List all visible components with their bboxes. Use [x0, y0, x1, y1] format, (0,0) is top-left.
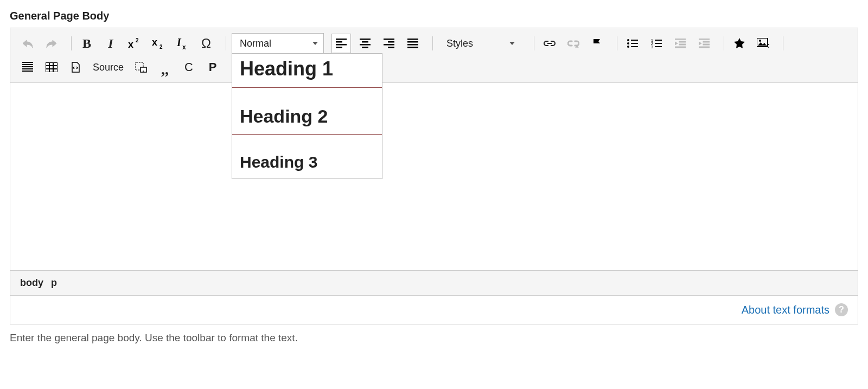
- superscript-button[interactable]: x2: [125, 34, 144, 53]
- svg-rect-27: [631, 46, 638, 47]
- toolbar-separator: [783, 36, 783, 50]
- editor-content-area[interactable]: [10, 83, 858, 270]
- svg-rect-15: [388, 41, 394, 43]
- svg-rect-34: [675, 39, 686, 40]
- toolbar-separator: [534, 36, 534, 50]
- element-path-bar: body p: [10, 270, 858, 295]
- svg-rect-39: [703, 41, 710, 42]
- svg-rect-12: [360, 44, 371, 46]
- format-option-heading-1[interactable]: Heading 1: [232, 54, 382, 88]
- align-right-button[interactable]: [379, 34, 399, 53]
- p-button[interactable]: P: [203, 58, 222, 77]
- svg-point-56: [143, 71, 144, 72]
- svg-point-22: [627, 39, 629, 41]
- svg-rect-33: [655, 46, 662, 47]
- svg-rect-20: [407, 44, 418, 46]
- undo-button[interactable]: [18, 34, 37, 53]
- svg-rect-48: [22, 71, 33, 72]
- svg-rect-16: [384, 44, 394, 46]
- source-icon-button[interactable]: [66, 58, 85, 77]
- svg-rect-29: [655, 40, 662, 41]
- svg-text:2: 2: [136, 38, 139, 43]
- indent-button[interactable]: [694, 34, 714, 53]
- numbered-list-button[interactable]: 123: [647, 34, 666, 53]
- remove-format-icon: Ix: [176, 37, 189, 49]
- align-center-icon: [360, 39, 371, 48]
- toolbar-row-2: Source ,, C P: [18, 55, 850, 79]
- toolbar-separator: [226, 36, 226, 50]
- svg-point-26: [627, 46, 629, 48]
- svg-rect-37: [675, 47, 686, 48]
- path-item-body[interactable]: body: [20, 277, 43, 289]
- lines-icon: [22, 62, 33, 73]
- remove-format-button[interactable]: Ix: [173, 34, 192, 53]
- special-char-button[interactable]: Ω: [196, 34, 216, 53]
- format-dropdown-label: Normal: [240, 38, 271, 49]
- svg-text:I: I: [176, 37, 182, 48]
- letter-c-icon: C: [184, 60, 193, 74]
- svg-rect-25: [631, 43, 638, 44]
- omega-icon: Ω: [201, 36, 211, 51]
- media-icon: [757, 38, 770, 49]
- format-option-heading-3[interactable]: Heading 3: [232, 135, 382, 178]
- svg-rect-49: [46, 62, 58, 72]
- align-center-button[interactable]: [355, 34, 375, 53]
- c-button[interactable]: C: [179, 58, 199, 77]
- italic-icon: I: [108, 36, 113, 51]
- bold-button[interactable]: B: [77, 34, 97, 53]
- source-button[interactable]: Source: [90, 58, 127, 77]
- path-item-p[interactable]: p: [51, 277, 57, 289]
- svg-rect-40: [703, 44, 710, 45]
- star-button[interactable]: [730, 34, 749, 53]
- bulleted-list-button[interactable]: [623, 34, 642, 53]
- letter-p-icon: P: [209, 60, 217, 74]
- svg-point-24: [627, 42, 629, 44]
- bold-icon: B: [82, 36, 91, 51]
- svg-rect-45: [22, 64, 33, 65]
- svg-rect-44: [22, 62, 33, 63]
- media-button[interactable]: [754, 34, 773, 53]
- styles-dropdown-label: Styles: [446, 38, 473, 49]
- format-dropdown-panel: Heading 1 Heading 2 Heading 3: [232, 53, 382, 179]
- indent-icon: [699, 39, 710, 48]
- svg-rect-18: [407, 39, 418, 40]
- document-code-icon: [70, 62, 81, 73]
- svg-rect-47: [22, 68, 33, 69]
- blockquote-button[interactable]: ,,: [155, 58, 175, 77]
- toolbar-row-1: B I x2 x2 Ix Ω Normal Heading 1 Heading …: [18, 31, 850, 55]
- styles-dropdown[interactable]: Styles: [438, 33, 521, 54]
- svg-rect-36: [679, 44, 686, 45]
- justify-block-button[interactable]: [18, 58, 37, 77]
- about-text-formats-link[interactable]: About text formats: [742, 304, 829, 316]
- field-description: Enter the general page body. Use the too…: [10, 332, 858, 344]
- link-button[interactable]: [540, 34, 559, 53]
- chevron-down-icon: [509, 42, 515, 45]
- editor-container: B I x2 x2 Ix Ω Normal Heading 1 Heading …: [10, 28, 858, 324]
- table-icon: [46, 62, 58, 72]
- svg-rect-14: [384, 39, 394, 40]
- table-button[interactable]: [42, 58, 61, 77]
- unlink-button[interactable]: [564, 34, 583, 53]
- help-icon[interactable]: ?: [835, 303, 848, 316]
- align-justify-icon: [407, 39, 418, 48]
- chevron-down-icon: [312, 42, 318, 45]
- format-dropdown[interactable]: Normal Heading 1 Heading 2 Heading 3: [232, 33, 324, 54]
- svg-rect-7: [336, 41, 342, 43]
- toolbar-separator: [432, 36, 433, 50]
- italic-button[interactable]: I: [101, 34, 120, 53]
- align-left-button[interactable]: [331, 34, 351, 53]
- svg-text:x: x: [182, 43, 186, 49]
- anchor-button[interactable]: [588, 34, 607, 53]
- numbered-list-icon: 123: [651, 39, 662, 48]
- show-blocks-button[interactable]: [131, 58, 151, 77]
- subscript-button[interactable]: x2: [149, 34, 168, 53]
- svg-rect-31: [655, 43, 662, 44]
- show-blocks-icon: [135, 62, 147, 73]
- align-justify-button[interactable]: [403, 34, 423, 53]
- svg-rect-38: [699, 39, 710, 40]
- outdent-button[interactable]: [671, 34, 690, 53]
- svg-rect-10: [360, 39, 371, 40]
- redo-button[interactable]: [42, 34, 61, 53]
- svg-point-43: [759, 40, 761, 42]
- format-option-heading-2[interactable]: Heading 2: [232, 88, 382, 135]
